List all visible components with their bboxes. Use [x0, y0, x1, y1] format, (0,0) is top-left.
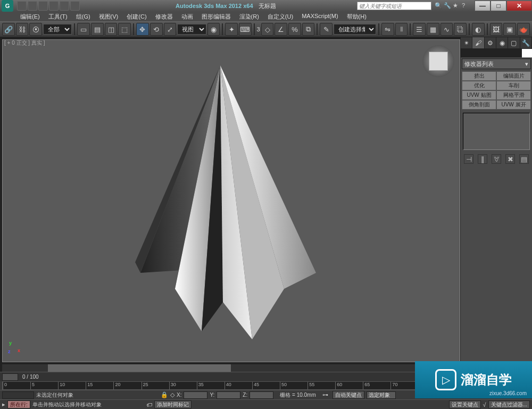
maximize-button[interactable]: □ — [491, 1, 506, 11]
curve-editor-icon[interactable]: ∿ — [440, 23, 453, 36]
help-icon[interactable]: ? — [462, 2, 469, 10]
mod-btn[interactable]: 编辑面片 — [496, 71, 531, 81]
isolate-icon[interactable]: ◇ — [170, 391, 174, 398]
menu-modifiers[interactable]: 修改器 — [151, 12, 177, 21]
mod-btn[interactable]: 网格平滑 — [496, 90, 531, 100]
minimize-button[interactable]: — — [475, 1, 491, 11]
editnamed-icon[interactable]: ✎ — [320, 23, 332, 36]
spinner-snap-icon[interactable]: ⧉ — [302, 23, 315, 36]
menu-views[interactable]: 视图(V) — [95, 12, 123, 21]
select-icon[interactable]: ▭ — [77, 23, 90, 36]
key-filter-icon[interactable]: √ — [483, 402, 486, 408]
coord-z-input[interactable] — [250, 391, 273, 399]
select-name-icon[interactable]: ▤ — [91, 23, 104, 36]
menu-customize[interactable]: 自定义(U) — [263, 12, 297, 21]
mod-btn[interactable]: 优化 — [462, 81, 496, 90]
tab-utilities[interactable]: 🔧 — [520, 37, 532, 48]
menu-rendering[interactable]: 渲染(R) — [235, 12, 263, 21]
close-button[interactable]: ✕ — [506, 1, 532, 11]
search-icon[interactable]: 🔍 — [435, 2, 442, 10]
move-icon[interactable]: ✥ — [136, 23, 149, 36]
render-icon[interactable]: 🫖 — [517, 23, 530, 36]
modifier-stack[interactable] — [463, 113, 530, 150]
percent-snap-icon[interactable]: % — [288, 23, 301, 36]
modifier-list-dropdown[interactable]: 修改器列表▾ — [462, 59, 531, 69]
named-selset-select[interactable]: 创建选择集 — [334, 24, 376, 35]
mod-btn[interactable]: 车削 — [496, 81, 531, 90]
snap-icon[interactable]: ◇ — [261, 23, 274, 36]
mod-btn[interactable]: UVW 贴图 — [462, 90, 496, 100]
viewport[interactable]: x y z — [2, 39, 460, 362]
menu-help[interactable]: 帮助(H) — [343, 12, 371, 21]
object-name-input[interactable] — [2, 391, 34, 399]
select-region-icon[interactable]: ◫ — [105, 23, 118, 36]
selection-filter-select[interactable]: 全部 — [43, 24, 72, 35]
graphite-icon[interactable]: ▦ — [427, 23, 439, 36]
refcoord-select[interactable]: 视图 — [177, 24, 206, 35]
align-icon[interactable]: ⫴ — [395, 23, 408, 36]
qat-open-icon[interactable] — [28, 1, 37, 11]
manipulate-icon[interactable]: ✦ — [225, 23, 238, 36]
qat-new-icon[interactable] — [17, 1, 27, 11]
menu-animation[interactable]: 动画 — [177, 12, 197, 21]
menu-create[interactable]: 创建(C) — [122, 12, 151, 21]
qat-undo-icon[interactable] — [49, 1, 59, 11]
tab-hierarchy[interactable]: ⚙ — [485, 37, 496, 48]
tab-modify[interactable]: 🖌 — [472, 37, 484, 48]
time-slider[interactable] — [2, 373, 18, 381]
menu-edit[interactable]: 编辑(E) — [16, 12, 44, 21]
tab-motion[interactable]: ◉ — [496, 37, 508, 48]
menu-maxscript[interactable]: MAXScript(M) — [297, 12, 342, 21]
prompt-icon[interactable]: ▸ — [2, 401, 5, 408]
menu-group[interactable]: 组(G) — [72, 12, 95, 21]
remove-mod-icon[interactable]: ✖ — [505, 154, 515, 164]
scale-icon[interactable]: ⤢ — [164, 23, 177, 36]
schematic-icon[interactable]: ⿻ — [454, 23, 467, 36]
pivot-icon[interactable]: ◉ — [207, 23, 220, 36]
layers-icon[interactable]: ☰ — [413, 23, 426, 36]
window-crossing-icon[interactable]: ⬚ — [118, 23, 131, 36]
angle-snap-icon[interactable]: ∠ — [275, 23, 287, 36]
key-mode-icon[interactable]: ⊶ — [322, 391, 328, 398]
coord-x-input[interactable] — [184, 391, 207, 399]
object-color[interactable] — [461, 49, 532, 57]
pin-stack-icon[interactable]: ⊣ — [464, 154, 473, 164]
viewport-scrollbar-h[interactable] — [2, 364, 460, 372]
configure-sets-icon[interactable]: ▤ — [519, 154, 529, 164]
menu-tools[interactable]: 工具(T) — [44, 12, 72, 21]
menu-grapheditors[interactable]: 图形编辑器 — [197, 12, 235, 21]
rotate-icon[interactable]: ⟲ — [150, 23, 163, 36]
key-icon[interactable]: 🔧 — [444, 2, 451, 10]
mirror-icon[interactable]: ⇋ — [381, 23, 394, 36]
mod-btn[interactable]: 倒角剖面 — [462, 100, 496, 110]
key-selset-input[interactable] — [367, 391, 396, 399]
key-filter-button[interactable]: 关键点过滤器... — [488, 400, 530, 408]
help-search-input[interactable] — [357, 2, 431, 10]
show-end-icon[interactable]: ‖ — [478, 154, 487, 164]
qat-save-icon[interactable] — [38, 1, 48, 11]
keyboard-icon[interactable]: ⌨ — [239, 23, 252, 36]
lock-icon[interactable]: 🔒 — [161, 391, 168, 398]
tab-create[interactable]: ✴ — [461, 37, 472, 48]
qat-redo-icon[interactable] — [60, 1, 69, 11]
coord-y-input[interactable] — [217, 391, 240, 399]
render-setup-icon[interactable]: 🖼 — [490, 23, 503, 36]
app-icon[interactable]: G — [2, 0, 13, 12]
autokey-button[interactable]: 自动关键点 — [332, 391, 364, 399]
add-time-tag-button[interactable]: 添加时间标记 — [154, 400, 192, 408]
unlink-icon[interactable]: ⛓ — [16, 23, 29, 36]
material-editor-icon[interactable]: ◐ — [472, 23, 485, 36]
mod-btn[interactable]: UVW 展开 — [496, 100, 531, 110]
tab-display[interactable]: ▢ — [508, 37, 520, 48]
mod-btn[interactable]: 挤出 — [462, 71, 496, 81]
viewport-label[interactable]: [ + 0 正交 ] 真实 ] — [4, 39, 45, 47]
viewcube[interactable] — [422, 45, 454, 77]
setkey-button[interactable]: 设置关键点 — [449, 400, 481, 408]
qat-more-icon[interactable] — [70, 1, 80, 11]
link-icon[interactable]: 🔗 — [2, 23, 15, 36]
tag-icon[interactable]: 🏷 — [146, 402, 152, 408]
render-frame-icon[interactable]: ▣ — [503, 23, 516, 36]
bind-icon[interactable]: ⦿ — [29, 23, 42, 36]
make-unique-icon[interactable]: ⩔ — [492, 154, 501, 164]
star-icon[interactable]: ★ — [453, 2, 460, 10]
